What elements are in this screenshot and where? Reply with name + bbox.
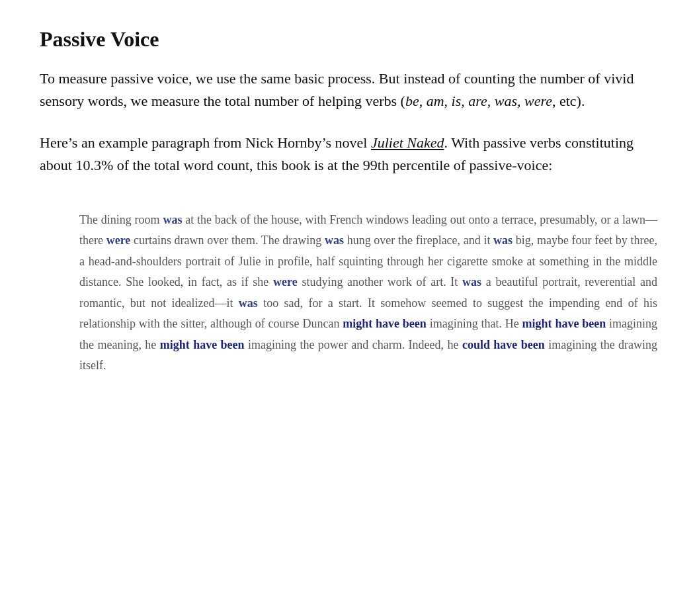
- quote-block: The dining room was at the back of the h…: [79, 210, 657, 376]
- example-text-start: Here’s an example paragraph from Nick Ho…: [40, 134, 371, 151]
- passive-might-have-been-3: might have been: [160, 338, 245, 351]
- passive-was-3: was: [493, 234, 512, 247]
- quote-text: The dining room was at the back of the h…: [79, 210, 657, 376]
- passive-was-2: was: [325, 234, 344, 247]
- passive-might-have-been-2: might have been: [522, 317, 606, 330]
- intro-text-end: , etc).: [552, 93, 585, 109]
- example-paragraph: Here’s an example paragraph from Nick Ho…: [40, 132, 657, 177]
- passive-might-have-been-1: might have been: [343, 317, 427, 330]
- passive-were-2: were: [273, 275, 298, 288]
- passive-could-have-been: could have been: [462, 338, 545, 351]
- passive-were-1: were: [106, 234, 131, 247]
- passive-was-1: was: [163, 213, 182, 226]
- passive-was-4: was: [462, 275, 481, 288]
- page-content: Passive Voice To measure passive voice, …: [40, 26, 657, 376]
- page-title: Passive Voice: [40, 26, 657, 52]
- italic-verbs: be, am, is, are, was, were: [405, 93, 552, 109]
- passive-was-5: was: [239, 296, 258, 310]
- book-link[interactable]: Juliet Naked: [371, 134, 444, 151]
- intro-paragraph: To measure passive voice, we use the sam…: [40, 67, 657, 112]
